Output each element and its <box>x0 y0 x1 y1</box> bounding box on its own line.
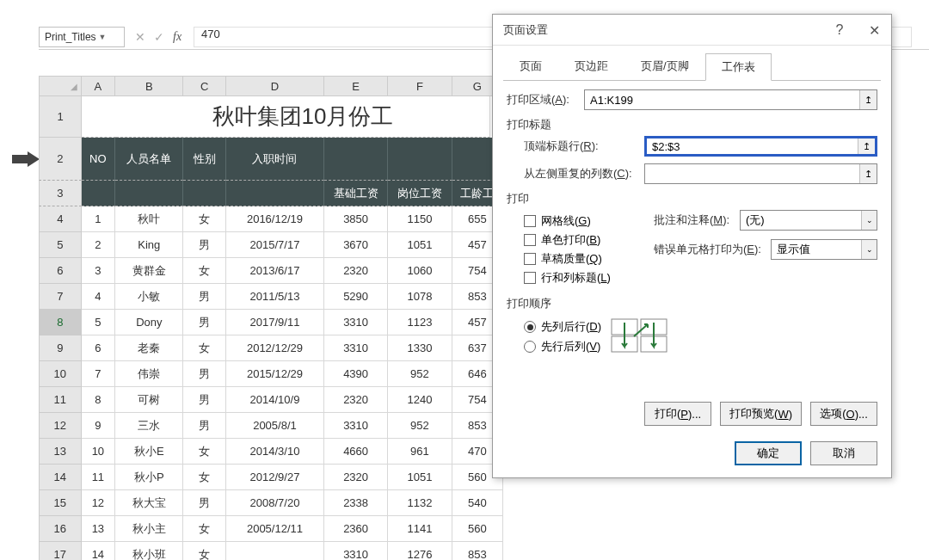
cell-post[interactable]: 952 <box>388 361 452 387</box>
checkbox-mono[interactable]: 单色打印(B) <box>507 232 654 248</box>
cell-post[interactable]: 1060 <box>388 258 452 284</box>
cell-date[interactable]: 2011/5/13 <box>226 284 324 310</box>
cell-name[interactable]: 伟崇 <box>115 361 183 387</box>
tab-header-footer[interactable]: 页眉/页脚 <box>624 52 705 80</box>
print-area-input[interactable]: A1:K199 ↥ <box>584 89 877 110</box>
row-header[interactable]: 13 <box>39 439 82 465</box>
cell-sex[interactable]: 女 <box>183 206 226 232</box>
header-cell-sex[interactable]: 性别 <box>183 138 226 181</box>
cell-post[interactable]: 1051 <box>388 232 452 258</box>
cell-post[interactable]: 1132 <box>388 490 452 516</box>
col-header-e[interactable]: E <box>324 76 388 96</box>
cell-sex[interactable]: 女 <box>183 335 226 361</box>
row-header[interactable]: 12 <box>39 413 82 439</box>
cell-age[interactable]: 540 <box>452 490 503 516</box>
cell-post[interactable]: 952 <box>388 413 452 439</box>
left-cols-input[interactable]: ↥ <box>644 163 877 184</box>
fx-icon[interactable]: fx <box>173 30 181 44</box>
cell-name[interactable]: 秋小P <box>115 465 183 490</box>
cell-base[interactable]: 3310 <box>324 413 388 439</box>
errors-select[interactable]: 显示值 ⌄ <box>771 239 877 260</box>
header-cell-e[interactable] <box>324 138 388 181</box>
cell-date[interactable]: 2014/3/10 <box>226 439 324 465</box>
cell-sex[interactable]: 女 <box>183 542 226 560</box>
cell-base[interactable]: 3850 <box>324 206 388 232</box>
title-cell[interactable]: 秋叶集团10月份工 <box>116 96 490 138</box>
header-cell[interactable] <box>226 181 324 206</box>
help-icon[interactable]: ? <box>822 15 857 46</box>
cancel-icon[interactable]: ✕ <box>135 30 145 44</box>
cell-name[interactable]: 老秦 <box>115 335 183 361</box>
preview-button[interactable]: 打印预览(W) <box>720 402 802 426</box>
ok-button[interactable]: 确定 <box>735 441 802 465</box>
row-header[interactable]: 5 <box>39 232 82 258</box>
cell-sex[interactable]: 女 <box>183 258 226 284</box>
row-header[interactable]: 11 <box>39 387 82 413</box>
cell-no[interactable]: 11 <box>82 465 116 490</box>
cell-base[interactable]: 2320 <box>324 465 388 490</box>
cell-sex[interactable]: 女 <box>183 516 226 542</box>
comments-select[interactable]: (无) ⌄ <box>740 210 877 231</box>
header-cell[interactable] <box>115 181 183 206</box>
header-cell-date[interactable]: 入职时间 <box>226 138 324 181</box>
cell-name[interactable]: King <box>115 232 183 258</box>
checkbox-gridlines[interactable]: 网格线(G) <box>507 213 654 229</box>
row-header[interactable]: 3 <box>39 181 82 206</box>
range-picker-icon[interactable]: ↥ <box>859 90 877 109</box>
cell[interactable] <box>82 96 116 138</box>
row-header[interactable]: 14 <box>39 465 82 490</box>
cell-base[interactable]: 4660 <box>324 439 388 465</box>
cell-name[interactable]: 秋小主 <box>115 516 183 542</box>
cancel-button[interactable]: 取消 <box>810 441 877 465</box>
cell-post[interactable]: 1141 <box>388 516 452 542</box>
cell-sex[interactable]: 男 <box>183 361 226 387</box>
col-header-d[interactable]: D <box>226 76 324 96</box>
cell-no[interactable]: 14 <box>82 542 116 560</box>
cell-base[interactable]: 2320 <box>324 387 388 413</box>
print-button[interactable]: 打印(P)... <box>644 402 711 426</box>
cell-no[interactable]: 7 <box>82 361 116 387</box>
cell-date[interactable]: 2015/12/29 <box>226 361 324 387</box>
header-cell[interactable] <box>82 181 116 206</box>
row-header[interactable]: 4 <box>39 206 82 232</box>
row-header[interactable]: 16 <box>39 516 82 542</box>
checkbox-draft[interactable]: 草稿质量(Q) <box>507 251 654 267</box>
cell-no[interactable]: 1 <box>82 206 116 232</box>
cell-sex[interactable]: 男 <box>183 232 226 258</box>
cell-base[interactable]: 3310 <box>324 310 388 335</box>
cell-no[interactable]: 6 <box>82 335 116 361</box>
cell-no[interactable]: 3 <box>82 258 116 284</box>
cell-post[interactable]: 1330 <box>388 335 452 361</box>
row-header[interactable]: 8 <box>39 310 82 335</box>
cell-name[interactable]: 秋小E <box>115 439 183 465</box>
header-cell-post[interactable]: 岗位工资 <box>388 181 452 206</box>
cell-post[interactable]: 1240 <box>388 387 452 413</box>
row-header[interactable]: 9 <box>39 335 82 361</box>
cell-base[interactable]: 3310 <box>324 542 388 560</box>
cell-name[interactable]: 秋小班 <box>115 542 183 560</box>
cell-date[interactable]: 2016/12/19 <box>226 206 324 232</box>
cell-base[interactable]: 2360 <box>324 516 388 542</box>
cell-base[interactable]: 2320 <box>324 258 388 284</box>
cell-post[interactable]: 1150 <box>388 206 452 232</box>
cell-sex[interactable]: 男 <box>183 310 226 335</box>
name-box[interactable]: Print_Titles ▼ <box>39 27 125 47</box>
cell-base[interactable]: 3310 <box>324 335 388 361</box>
cell-sex[interactable]: 男 <box>183 284 226 310</box>
header-cell-no[interactable]: NO <box>82 138 116 181</box>
col-header-a[interactable]: A <box>82 76 116 96</box>
cell-date[interactable]: 2017/9/11 <box>226 310 324 335</box>
cell-name[interactable]: 黄群金 <box>115 258 183 284</box>
cell-base[interactable]: 5290 <box>324 284 388 310</box>
cell-date[interactable]: 2008/7/20 <box>226 490 324 516</box>
select-all-corner[interactable]: ◢ <box>39 76 82 96</box>
cell-sex[interactable]: 女 <box>183 439 226 465</box>
options-button[interactable]: 选项(O)... <box>810 402 877 426</box>
cell-date[interactable]: 2014/10/9 <box>226 387 324 413</box>
checkbox-rowcol[interactable]: 行和列标题(L) <box>507 270 654 286</box>
cell-date[interactable]: 2013/6/17 <box>226 258 324 284</box>
cell-no[interactable]: 13 <box>82 516 116 542</box>
cell-name[interactable]: 三水 <box>115 413 183 439</box>
cell-no[interactable]: 10 <box>82 439 116 465</box>
cell-date[interactable]: 2005/8/1 <box>226 413 324 439</box>
